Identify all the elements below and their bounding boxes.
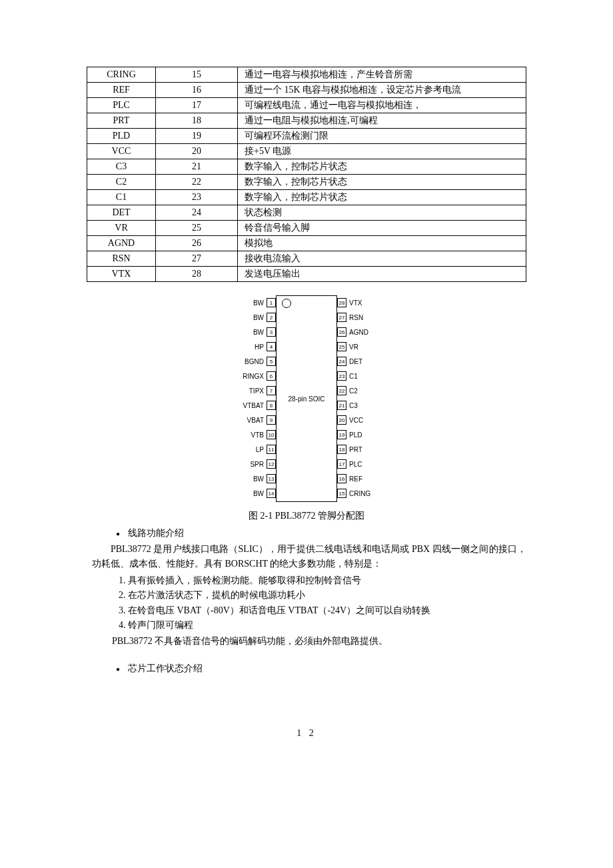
chip-pin-left: SPR12 [236,457,276,471]
table-cell: 22 [156,175,238,190]
table-cell: RSN [87,251,156,267]
pin-label: TIPX [236,387,267,395]
table-row: PLC17可编程线电流，通过一电容与模拟地相连， [87,98,526,113]
table-cell: 25 [156,221,238,236]
page-number: 1 2 [87,728,526,739]
pin-label: C3 [346,402,377,409]
table-row: C222数字输入，控制芯片状态 [87,175,526,190]
table-row: VTX28发送电压输出 [87,267,526,282]
section-title: 芯片工作状态介绍 [128,663,203,673]
table-row: C123数字输入，控制芯片状态 [87,190,526,205]
table-cell: 可编程环流检测门限 [238,129,526,144]
pin-label: BW [236,490,267,497]
table-cell: PLD [87,129,156,144]
table-cell: C1 [87,190,156,205]
section-heading-line-function: ●线路功能介绍 [116,527,526,539]
table-cell: CRING [87,67,156,83]
pin-number-box: 22 [337,386,346,395]
chip-pin-left: LP11 [236,442,276,457]
table-row: AGND26模拟地 [87,236,526,251]
chip-pin-right: 17PLC [337,457,377,471]
chip-pin-left: HP4 [236,339,276,354]
chip-pin-left: BW13 [236,471,276,486]
table-cell: 27 [156,251,238,267]
pin-number-box: 9 [267,415,276,425]
table-cell: 发送电压输出 [238,267,526,282]
pin-number-box: 14 [267,489,276,498]
chip-pin-right: 19PLD [337,427,377,442]
chip-pin-right: 18PRT [337,442,377,457]
table-cell: 24 [156,205,238,221]
table-cell: DET [87,205,156,221]
pin-number-box: 3 [267,327,276,337]
table-cell: 铃音信号输入脚 [238,221,526,236]
chip-pin-right: 24DET [337,354,377,369]
table-cell: 数字输入，控制芯片状态 [238,190,526,205]
chip-pin-right: 20VCC [337,413,377,427]
pin-label: PLD [346,431,377,439]
pin-number-box: 8 [267,401,276,410]
chip-pin-right: 27RSN [337,310,377,325]
pin-number-box: 23 [337,371,346,381]
table-cell: 18 [156,113,238,129]
table-cell: 16 [156,83,238,98]
pin-label: DET [346,358,377,365]
table-cell: 26 [156,236,238,251]
pin-number-box: 5 [267,357,276,366]
pin-number-box: 20 [337,415,346,425]
list-item: 铃声门限可编程 [128,618,526,633]
table-cell: 模拟地 [238,236,526,251]
pin-label: VTBAT [236,402,267,409]
pin-number-box: 4 [267,342,276,351]
table-cell: VTX [87,267,156,282]
table-row: DET24状态检测 [87,205,526,221]
chip-pin-right: 28VTX [337,295,377,310]
pin-label: SPR [236,461,267,468]
pin-number-box: 12 [267,459,276,469]
pin-label: VR [346,343,377,351]
pin-label: HP [236,343,267,351]
pin-label: VBAT [236,417,267,424]
table-cell: 21 [156,159,238,175]
table-row: VR25铃音信号输入脚 [87,221,526,236]
paragraph-note: PBL38772 不具备语音信号的编码解码功能，必须由外部电路提供。 [112,634,526,649]
table-cell: 数字输入，控制芯片状态 [238,175,526,190]
table-cell: 28 [156,267,238,282]
pin-number-box: 25 [337,342,346,351]
pin-number-box: 19 [337,430,346,439]
pin-number-box: 26 [337,327,346,337]
pin-label: BW [236,314,267,321]
table-cell: PLC [87,98,156,113]
chip-pin-left: VTB10 [236,427,276,442]
chip-body-label: 28-pin SOIC [288,395,324,403]
table-cell: C3 [87,159,156,175]
chip-pin-right: 16REF [337,471,377,486]
pin-label: C1 [346,373,377,380]
table-cell: 状态检测 [238,205,526,221]
list-item: 具有振铃插入，振铃检测功能。能够取得和控制铃音信号 [128,573,526,588]
paragraph-intro: PBL38772 是用户线接口电路（SLIC），用于提供二线电话线和电话局或 P… [92,542,526,572]
pin-label: RINGX [236,373,267,380]
chip-pin-left: BW1 [236,295,276,310]
pin-label: AGND [346,329,377,336]
bullet-icon: ● [116,665,120,673]
table-cell: REF [87,83,156,98]
pin-label: LP [236,446,267,453]
table-cell: 23 [156,190,238,205]
table-row: PLD19可编程环流检测门限 [87,129,526,144]
pin-number-box: 24 [337,357,346,366]
table-cell: 数字输入，控制芯片状态 [238,159,526,175]
pin-label: BW [236,475,267,483]
pin-label: BW [236,299,267,307]
chip-notch-icon [282,299,291,308]
chip-pin-left: RINGX6 [236,369,276,383]
figure-caption: 图 2-1 PBL38772 管脚分配图 [87,510,526,522]
table-cell: 接收电流输入 [238,251,526,267]
pin-label: BW [236,329,267,336]
chip-pinout-figure: BW1BW2BW3HP4BGND5RINGX6TIPX7VTBAT8VBAT9V… [87,295,526,502]
pin-number-box: 11 [267,445,276,454]
table-cell: 17 [156,98,238,113]
table-row: VCC20接+5V 电源 [87,144,526,159]
section-title: 线路功能介绍 [128,528,184,538]
table-cell: 接+5V 电源 [238,144,526,159]
